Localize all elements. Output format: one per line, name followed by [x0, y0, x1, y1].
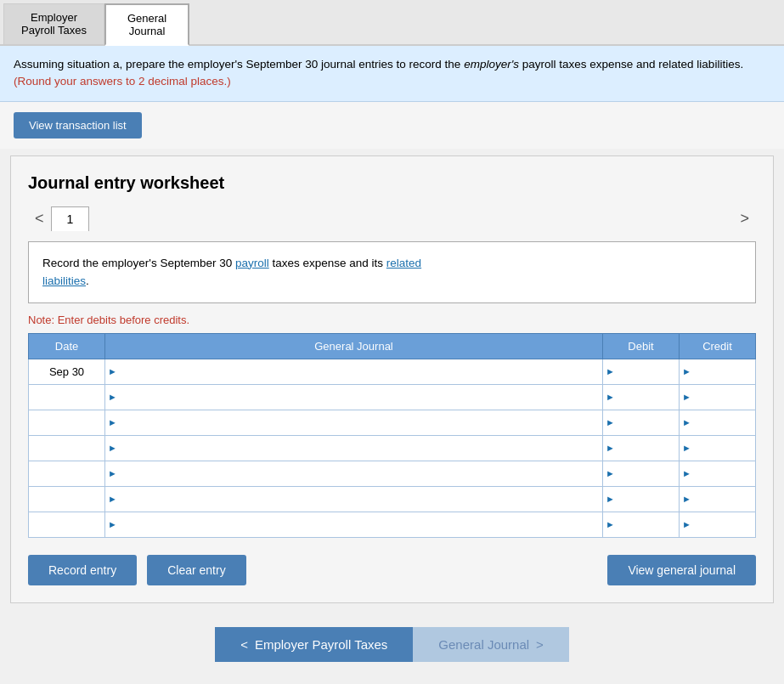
col-header-debit: Debit [603, 333, 680, 359]
debit-arrow-1: ► [603, 366, 618, 376]
journal-input-7[interactable] [120, 512, 602, 537]
prev-entry-button[interactable]: < [28, 206, 51, 231]
arrow-icon-4: ► [105, 443, 120, 453]
table-row: ► ► ► [29, 461, 756, 486]
journal-cell-3[interactable]: ► [105, 410, 603, 435]
journal-table: Date General Journal Debit Credit Sep 30… [28, 333, 756, 538]
credit-input-6[interactable] [694, 487, 755, 512]
debit-input-7[interactable] [618, 512, 679, 537]
liabilities-link: liabilities [42, 274, 86, 287]
debit-arrow-5: ► [603, 468, 618, 478]
table-row: ► ► ► [29, 486, 756, 512]
col-header-journal: General Journal [105, 333, 603, 359]
credit-arrow-5: ► [680, 468, 694, 478]
credit-arrow-1: ► [680, 366, 694, 376]
bottom-next-label: General Journal [438, 637, 529, 652]
credit-cell-1[interactable]: ► [680, 359, 756, 384]
tab-employer-payroll[interactable]: Employer Payroll Taxes [3, 3, 104, 44]
journal-input-3[interactable] [120, 410, 602, 435]
debit-cell-7[interactable]: ► [603, 512, 680, 537]
journal-cell-4[interactable]: ► [105, 435, 603, 461]
date-cell-3 [29, 410, 105, 435]
debit-arrow-4: ► [603, 443, 618, 453]
journal-cell-1[interactable]: ► [105, 359, 603, 384]
credit-cell-3[interactable]: ► [680, 410, 756, 435]
arrow-icon-3: ► [105, 417, 120, 427]
debit-input-2[interactable] [618, 385, 679, 410]
credit-cell-2[interactable]: ► [680, 384, 756, 410]
instruction-main-text: Assuming situation a, prepare the employ… [14, 58, 743, 71]
date-cell-4 [29, 435, 105, 461]
journal-cell-7[interactable]: ► [105, 512, 603, 537]
debit-arrow-2: ► [603, 392, 618, 402]
journal-input-2[interactable] [120, 385, 602, 410]
credit-input-1[interactable] [694, 359, 755, 384]
journal-cell-5[interactable]: ► [105, 461, 603, 486]
journal-input-5[interactable] [120, 461, 602, 486]
table-row: ► ► ► [29, 435, 756, 461]
credit-cell-4[interactable]: ► [680, 435, 756, 461]
debit-input-3[interactable] [618, 410, 679, 435]
arrow-icon-5: ► [105, 468, 120, 478]
worksheet-title: Journal entry worksheet [28, 173, 756, 193]
entry-navigation: < 1 > [28, 206, 756, 231]
debit-input-6[interactable] [618, 487, 679, 512]
date-cell-1: Sep 30 [29, 359, 105, 384]
credit-cell-7[interactable]: ► [680, 512, 756, 537]
debit-cell-6[interactable]: ► [603, 486, 680, 512]
instruction-bar: Assuming situation a, prepare the employ… [0, 46, 784, 102]
credit-input-5[interactable] [694, 461, 755, 486]
debit-input-4[interactable] [618, 436, 679, 461]
next-entry-button[interactable]: > [733, 206, 756, 231]
debit-input-1[interactable] [618, 359, 679, 384]
date-cell-2 [29, 384, 105, 410]
payroll-link: payroll [235, 257, 269, 269]
arrow-icon-6: ► [105, 494, 120, 504]
debit-arrow-3: ► [603, 417, 618, 427]
debit-cell-3[interactable]: ► [603, 410, 680, 435]
debit-cell-4[interactable]: ► [603, 435, 680, 461]
credit-input-2[interactable] [694, 385, 755, 410]
table-row: Sep 30 ► ► ► [29, 359, 756, 384]
journal-input-4[interactable] [120, 436, 602, 461]
related-link: related [386, 257, 421, 269]
next-arrow-icon: > [536, 637, 544, 652]
bottom-prev-button[interactable]: < Employer Payroll Taxes [215, 627, 413, 662]
table-row: ► ► ► [29, 410, 756, 435]
arrow-icon-7: ► [105, 519, 120, 529]
credit-cell-5[interactable]: ► [680, 461, 756, 486]
credit-arrow-4: ► [680, 443, 694, 453]
credit-input-3[interactable] [694, 410, 755, 435]
journal-input-6[interactable] [120, 487, 602, 512]
view-transaction-button[interactable]: View transaction list [14, 112, 142, 138]
debit-cell-5[interactable]: ► [603, 461, 680, 486]
view-general-journal-button[interactable]: View general journal [607, 555, 756, 585]
credit-arrow-2: ► [680, 392, 694, 402]
record-entry-button[interactable]: Record entry [28, 555, 137, 585]
credit-cell-6[interactable]: ► [680, 486, 756, 512]
clear-entry-button[interactable]: Clear entry [147, 555, 245, 585]
entry-tab-1[interactable]: 1 [51, 206, 90, 231]
instruction-highlight: (Round your answers to 2 decimal places.… [14, 75, 231, 88]
debit-input-5[interactable] [618, 461, 679, 486]
tab-general-journal[interactable]: General Journal [104, 3, 189, 46]
col-header-date: Date [29, 333, 105, 359]
credit-arrow-7: ► [680, 519, 694, 529]
arrow-icon-2: ► [105, 392, 120, 402]
journal-cell-2[interactable]: ► [105, 384, 603, 410]
prev-arrow-icon: < [240, 637, 248, 652]
debit-cell-1[interactable]: ► [603, 359, 680, 384]
bottom-navigation: < Employer Payroll Taxes General Journal… [0, 610, 784, 679]
debit-arrow-7: ► [603, 519, 618, 529]
credit-input-4[interactable] [694, 436, 755, 461]
credit-input-7[interactable] [694, 512, 755, 537]
credit-arrow-6: ► [680, 494, 694, 504]
table-row: ► ► ► [29, 384, 756, 410]
journal-cell-6[interactable]: ► [105, 486, 603, 512]
worksheet-container: Journal entry worksheet < 1 > Record the… [10, 155, 774, 603]
view-transaction-area: View transaction list [0, 102, 784, 149]
journal-input-1[interactable] [120, 359, 602, 384]
debit-cell-2[interactable]: ► [603, 384, 680, 410]
date-cell-5 [29, 461, 105, 486]
date-cell-6 [29, 486, 105, 512]
